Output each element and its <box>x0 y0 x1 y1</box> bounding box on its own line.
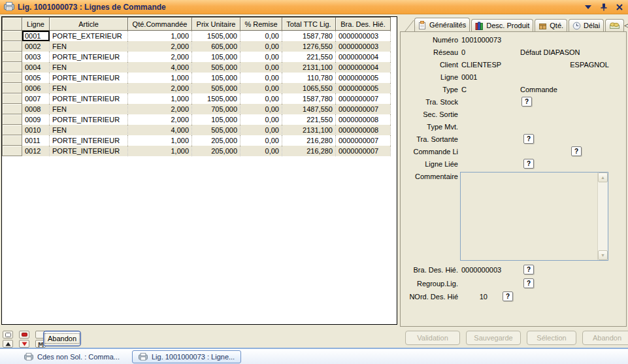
column-header-prix-unitaire[interactable]: Prix Unitaire <box>192 18 240 31</box>
table-cell[interactable]: FEN <box>50 83 128 93</box>
table-cell[interactable]: 0,00 <box>240 52 282 62</box>
tab-desc-produit[interactable]: Desc. Produit <box>471 19 533 31</box>
table-cell[interactable]: 1,000 <box>128 135 192 146</box>
table-cell[interactable]: 2,000 <box>128 41 192 52</box>
table-cell[interactable]: 205,000 <box>192 146 240 156</box>
table-cell[interactable]: 0001 <box>22 31 50 41</box>
table-cell[interactable]: FEN <box>50 41 128 52</box>
table-cell[interactable]: 1065,550 <box>282 83 336 93</box>
table-cell[interactable]: 205,000 <box>192 135 240 146</box>
row-selector[interactable] <box>3 93 22 104</box>
table-cell[interactable]: 4,000 <box>128 62 192 73</box>
table-cell[interactable]: 1276,550 <box>282 41 336 52</box>
table-cell[interactable]: 0010 <box>22 125 50 135</box>
table-cell[interactable]: 0,00 <box>240 31 282 41</box>
table-cell[interactable]: FEN <box>50 125 128 135</box>
table-cell[interactable]: 0000000005 <box>336 83 391 93</box>
row-selector[interactable] <box>3 41 22 52</box>
table-cell[interactable]: 505,000 <box>192 62 240 73</box>
table-cell[interactable]: 705,000 <box>192 104 240 114</box>
table-cell[interactable]: 2,000 <box>128 52 192 62</box>
table-row[interactable]: 0006FEN2,000505,0000,001065,550000000000… <box>3 83 391 93</box>
table-cell[interactable]: 221,550 <box>282 114 336 125</box>
table-cell[interactable]: 0,00 <box>240 125 282 135</box>
table-cell[interactable]: 0,00 <box>240 135 282 146</box>
table-row[interactable]: 0008FEN2,000705,0000,001487,550000000000… <box>3 104 391 114</box>
abandon-button-left[interactable]: Abandon <box>43 331 81 346</box>
scroll-down-icon[interactable]: ▼ <box>598 250 608 260</box>
table-cell[interactable]: 1587,780 <box>282 31 336 41</box>
s-lection-button[interactable]: Sélection <box>527 331 576 345</box>
table-cell[interactable]: 0008 <box>22 104 50 114</box>
column-header-ligne[interactable]: Ligne <box>22 18 50 31</box>
table-cell[interactable]: 0006 <box>22 83 50 93</box>
table-cell[interactable]: 221,550 <box>282 52 336 62</box>
table-cell[interactable]: 2,000 <box>128 104 192 114</box>
column-header-remise[interactable]: % Remise <box>240 18 282 31</box>
column-header-total-ttc-lig[interactable]: Total TTC Lig. <box>282 18 336 31</box>
table-cell[interactable]: 1505,000 <box>192 31 240 41</box>
table-cell[interactable]: PORTE_INTERIEUR <box>50 73 128 83</box>
row-selector[interactable] <box>3 125 22 135</box>
column-header-qt-command-e[interactable]: Qté.Commandée <box>128 18 192 31</box>
table-cell[interactable]: 0000000003 <box>336 41 391 52</box>
table-cell[interactable]: 2,000 <box>128 83 192 93</box>
table-cell[interactable]: 0,00 <box>240 83 282 93</box>
scroll-up-icon[interactable]: ▲ <box>598 173 608 182</box>
table-row[interactable]: 0011PORTE_INTERIEUR1,000205,0000,00216,2… <box>3 135 391 146</box>
comment-scrollbar[interactable]: ▲ ▼ <box>597 173 608 260</box>
row-selector[interactable] <box>3 146 22 156</box>
table-cell[interactable]: PORTE_EXTERIEUR <box>50 31 128 41</box>
table-cell[interactable]: 2131,100 <box>282 62 336 73</box>
table-row[interactable]: 0009PORTE_INTERIEUR2,000105,0000,00221,5… <box>3 114 391 125</box>
row-selector[interactable] <box>3 52 22 62</box>
table-cell[interactable]: 216,280 <box>282 135 336 146</box>
table-cell[interactable]: 0000000007 <box>336 93 391 104</box>
table-cell[interactable]: 0009 <box>22 114 50 125</box>
table-cell[interactable]: 0,00 <box>240 41 282 52</box>
table-cell[interactable]: 105,000 <box>192 73 240 83</box>
table-cell[interactable]: 0000000007 <box>336 146 391 156</box>
table-cell[interactable]: 1487,550 <box>282 104 336 114</box>
table-cell[interactable]: 105,000 <box>192 114 240 125</box>
pin-icon[interactable] <box>599 3 608 12</box>
tab-money-icon[interactable] <box>605 19 624 31</box>
table-cell[interactable]: 1505,000 <box>192 93 240 104</box>
table-row[interactable]: 0012PORTE_INTERIEUR1,000205,0000,00216,2… <box>3 146 391 156</box>
table-cell[interactable]: 2131,100 <box>282 125 336 135</box>
row-selector[interactable] <box>3 31 22 41</box>
table-cell[interactable]: 2,000 <box>128 114 192 125</box>
table-cell[interactable]: 1,000 <box>128 93 192 104</box>
row-selector[interactable] <box>3 114 22 125</box>
table-cell[interactable]: 0000000004 <box>336 52 391 62</box>
scroll-down-button[interactable] <box>19 340 29 348</box>
tab-scroll-left-icon[interactable]: ◁ <box>624 19 628 31</box>
table-cell[interactable]: 0000000005 <box>336 73 391 83</box>
table-cell[interactable]: 0000000007 <box>336 135 391 146</box>
table-cell[interactable]: 105,000 <box>192 52 240 62</box>
table-row[interactable]: 0001PORTE_EXTERIEUR1,0001505,0000,001587… <box>3 31 391 41</box>
table-row[interactable]: 0002FEN2,000605,0000,001276,550000000000… <box>3 41 391 52</box>
table-cell[interactable]: 0,00 <box>240 104 282 114</box>
table-cell[interactable]: PORTE_INTERIEUR <box>50 146 128 156</box>
table-row[interactable]: 0003PORTE_INTERIEUR2,000105,0000,00221,5… <box>3 52 391 62</box>
table-cell[interactable]: 110,780 <box>282 73 336 83</box>
row-selector[interactable] <box>3 83 22 93</box>
table-cell[interactable]: 0004 <box>22 62 50 73</box>
column-header-article[interactable]: Article <box>50 18 128 31</box>
table-cell[interactable]: 505,000 <box>192 125 240 135</box>
table-cell[interactable]: FEN <box>50 62 128 73</box>
current-row-button[interactable] <box>19 331 29 339</box>
abandon-button[interactable]: Abandon <box>582 331 628 345</box>
table-cell[interactable]: 505,000 <box>192 83 240 93</box>
tab-d-lai[interactable]: Délai <box>569 19 604 31</box>
table-cell[interactable]: 0011 <box>22 135 50 146</box>
table-cell[interactable]: PORTE_INTERIEUR <box>50 93 128 104</box>
row-selector[interactable] <box>3 104 22 114</box>
table-row[interactable]: 0005PORTE_INTERIEUR1,000105,0000,00110,7… <box>3 73 391 83</box>
table-cell[interactable]: 0000000008 <box>336 125 391 135</box>
help-button[interactable]: ? <box>523 278 534 288</box>
help-button[interactable]: ? <box>523 265 534 274</box>
validation-button[interactable]: Validation <box>405 331 460 345</box>
table-cell[interactable]: 0007 <box>22 93 50 104</box>
